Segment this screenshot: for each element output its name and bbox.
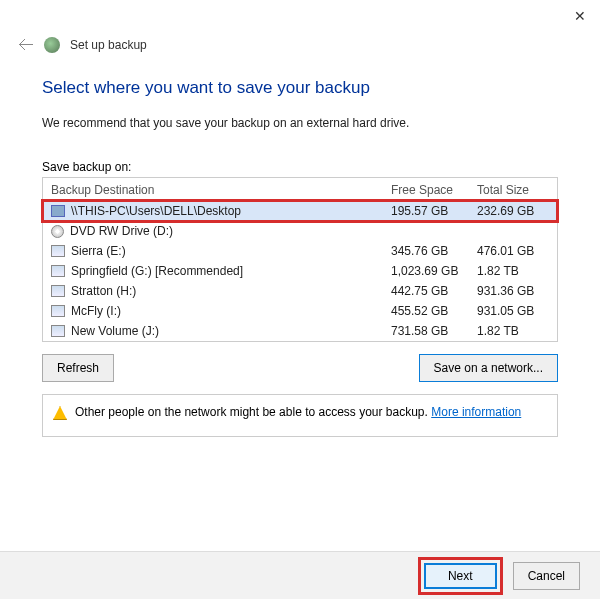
back-arrow-icon[interactable]: 🡠 bbox=[18, 36, 34, 54]
row-total: 931.36 GB bbox=[477, 284, 549, 298]
footer-bar: Next Cancel bbox=[0, 551, 600, 599]
row-name: New Volume (J:) bbox=[71, 324, 391, 338]
more-info-link[interactable]: More information bbox=[431, 405, 521, 419]
header-bar: 🡠 Set up backup bbox=[0, 0, 600, 62]
recommend-text: We recommend that you save your backup o… bbox=[42, 116, 558, 130]
row-free: 345.76 GB bbox=[391, 244, 477, 258]
row-total: 476.01 GB bbox=[477, 244, 549, 258]
drive-icon bbox=[51, 285, 65, 297]
warning-text: Other people on the network might be abl… bbox=[75, 405, 521, 419]
row-free: 195.57 GB bbox=[391, 204, 477, 218]
warning-icon bbox=[53, 406, 67, 420]
disc-icon bbox=[51, 225, 64, 238]
row-name: Sierra (E:) bbox=[71, 244, 391, 258]
close-icon[interactable]: ✕ bbox=[574, 8, 586, 24]
row-free: 731.58 GB bbox=[391, 324, 477, 338]
list-item[interactable]: McFly (I:)455.52 GB931.05 GB bbox=[43, 301, 557, 321]
col-total[interactable]: Total Size bbox=[477, 183, 549, 197]
list-item[interactable]: DVD RW Drive (D:) bbox=[43, 221, 557, 241]
row-name: DVD RW Drive (D:) bbox=[70, 224, 391, 238]
list-item[interactable]: Stratton (H:)442.75 GB931.36 GB bbox=[43, 281, 557, 301]
page-heading: Select where you want to save your backu… bbox=[42, 78, 558, 98]
row-total: 232.69 GB bbox=[477, 204, 549, 218]
list-item[interactable]: Sierra (E:)345.76 GB476.01 GB bbox=[43, 241, 557, 261]
list-item[interactable]: New Volume (J:)731.58 GB1.82 TB bbox=[43, 321, 557, 341]
warning-box: Other people on the network might be abl… bbox=[42, 394, 558, 437]
list-header: Backup Destination Free Space Total Size bbox=[43, 178, 557, 201]
refresh-button[interactable]: Refresh bbox=[42, 354, 114, 382]
drive-icon bbox=[51, 245, 65, 257]
drive-icon bbox=[51, 325, 65, 337]
row-name: Springfield (G:) [Recommended] bbox=[71, 264, 391, 278]
row-free: 1,023.69 GB bbox=[391, 264, 477, 278]
save-on-network-button[interactable]: Save on a network... bbox=[419, 354, 558, 382]
row-free: 442.75 GB bbox=[391, 284, 477, 298]
computer-icon bbox=[51, 205, 65, 217]
destination-list: Backup Destination Free Space Total Size… bbox=[42, 177, 558, 342]
window-title: Set up backup bbox=[70, 38, 147, 52]
row-total: 1.82 TB bbox=[477, 264, 549, 278]
row-name: \\THIS-PC\Users\DELL\Desktop bbox=[71, 204, 391, 218]
next-button[interactable]: Next bbox=[424, 563, 497, 589]
row-free: 455.52 GB bbox=[391, 304, 477, 318]
save-on-label: Save backup on: bbox=[42, 160, 558, 174]
col-free[interactable]: Free Space bbox=[391, 183, 477, 197]
cancel-button[interactable]: Cancel bbox=[513, 562, 580, 590]
list-item[interactable]: \\THIS-PC\Users\DELL\Desktop195.57 GB232… bbox=[43, 201, 557, 221]
row-total: 1.82 TB bbox=[477, 324, 549, 338]
row-name: Stratton (H:) bbox=[71, 284, 391, 298]
drive-icon bbox=[51, 265, 65, 277]
row-name: McFly (I:) bbox=[71, 304, 391, 318]
next-highlight: Next bbox=[418, 557, 503, 595]
drive-icon bbox=[51, 305, 65, 317]
globe-icon bbox=[44, 37, 60, 53]
col-name[interactable]: Backup Destination bbox=[51, 183, 391, 197]
list-item[interactable]: Springfield (G:) [Recommended]1,023.69 G… bbox=[43, 261, 557, 281]
row-total: 931.05 GB bbox=[477, 304, 549, 318]
